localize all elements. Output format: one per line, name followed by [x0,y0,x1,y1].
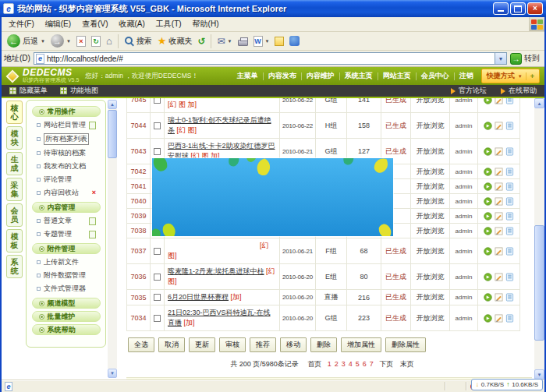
edit-icon[interactable] [495,273,503,281]
minimize-button[interactable] [493,2,509,15]
edit-icon[interactable] [495,182,503,191]
main-scrollbar[interactable]: ▲ ▼ [534,98,544,380]
sidebar-tab-4[interactable]: 采集 [6,178,23,201]
menu-item-1[interactable]: 文件(F) [3,17,40,31]
sidebar-item-1-1[interactable]: 网站栏目管理 [27,118,105,132]
copy-icon[interactable] [505,197,514,206]
quick-access-add-button[interactable]: + [526,72,534,80]
sidebar-section-4[interactable]: 频道模型 [32,298,101,309]
back-button[interactable]: ← 后退 ▼ [5,34,48,48]
subheader-item-2[interactable]: 功能地图 [60,86,98,96]
doc-title-link[interactable]: 巴西3-1出线:卡卡2助攻染红德罗巴安慰球 [168,142,275,160]
nav-link-4[interactable]: 系统主页 [340,71,378,81]
sidebar-item-3-1[interactable]: 上传新文件 [27,256,105,269]
preview-icon[interactable] [484,147,492,156]
menu-item-5[interactable]: 工具(T) [151,17,187,31]
pagination-next[interactable]: 下页 [379,360,393,368]
restore-button[interactable] [510,2,526,15]
action-button-4[interactable]: 审核 [219,337,246,352]
sidebar-scroll-up-icon[interactable]: ▲ [108,100,117,109]
pagination-first[interactable]: 首页 [307,360,321,368]
quick-access-dropdown-icon[interactable]: ▼ [518,74,523,79]
edit-icon[interactable] [495,98,503,104]
nav-link-3[interactable]: 内容维护 [302,71,339,81]
copy-icon[interactable] [505,147,514,156]
forward-dropdown-icon[interactable]: ▼ [66,39,71,44]
go-button[interactable]: → 转到 [510,53,542,65]
copy-icon[interactable] [505,168,514,176]
menu-item-3[interactable]: 查看(V) [76,17,113,31]
row-checkbox[interactable] [154,98,161,104]
sidebar-tab-6[interactable]: 模板 [6,229,23,253]
row-checkbox[interactable] [154,294,161,301]
action-button-8[interactable]: 增加属性 [341,337,381,352]
action-button-2[interactable]: 取消 [158,337,185,352]
copy-icon[interactable] [505,314,514,323]
action-button-5[interactable]: 推荐 [250,337,276,352]
subheader-link-1[interactable]: 官方论坛 [451,86,487,96]
copy-icon[interactable] [505,273,514,281]
copy-icon[interactable] [505,293,514,302]
doc-title-link[interactable]: 喀麦隆1-2丹麦:埃托奥进球中柱 [168,267,264,275]
action-button-7[interactable]: 删除 [310,337,337,352]
edit-icon[interactable] [495,168,503,176]
page-link-4[interactable]: 4 [349,360,353,368]
sidebar-item-3-3[interactable]: 文件式管理器 [27,282,105,295]
sidebar-scrollbar[interactable]: ▲ ▼ [108,100,117,378]
address-dropdown-icon[interactable]: ▼ [495,53,506,64]
preview-icon[interactable] [484,122,492,130]
forward-button[interactable]: → ▼ [48,34,73,48]
nav-link-6[interactable]: 会员中心 [417,71,454,81]
sidebar-tab-5[interactable]: 会员 [6,203,23,227]
edit-icon[interactable] [495,122,503,130]
refresh-button[interactable]: ↻ [89,35,103,48]
back-dropdown-icon[interactable]: ▼ [41,39,45,44]
copy-icon[interactable] [505,98,514,104]
action-button-9[interactable]: 删除属性 [385,337,426,352]
copy-icon[interactable] [505,212,514,221]
menu-item-6[interactable]: 帮助(H) [187,17,225,31]
mail-button[interactable]: ✉▼ [214,35,234,48]
stop-button[interactable]: × [74,35,88,48]
preview-icon[interactable] [484,182,492,191]
address-input[interactable]: e http://localhost/dede/# ▼ [34,52,507,65]
favorites-button[interactable]: ★ 收藏夹 [155,35,195,48]
pagination-last[interactable]: 末页 [400,360,414,368]
sidebar-item-3-2[interactable]: 附件数据管理 [27,269,105,282]
main-scroll-up-icon[interactable]: ▲ [534,98,544,108]
print-button[interactable] [236,36,250,47]
action-button-1[interactable]: 全选 [128,337,154,352]
copy-icon[interactable] [505,182,514,191]
sidebar-tab-3[interactable]: 生成 [6,152,23,175]
action-button-3[interactable]: 更新 [189,337,215,352]
row-checkbox[interactable] [154,315,161,322]
nav-link-7[interactable]: 注销 [455,71,478,81]
sidebar-tab-1[interactable]: 核心 [6,101,23,124]
sidebar-item-1-5[interactable]: 评论管理 [27,173,105,186]
row-checkbox[interactable] [154,148,161,155]
sidebar-section-5[interactable]: 批量维护 [32,311,101,322]
preview-icon[interactable] [484,293,492,302]
row-checkbox[interactable] [154,274,161,281]
close-button[interactable]: × [527,2,543,15]
page-link-2[interactable]: 2 [335,360,339,368]
preview-icon[interactable] [484,197,492,206]
main-scroll-thumb[interactable] [534,225,544,341]
copy-icon[interactable] [505,227,514,235]
sidebar-item-1-3[interactable]: 待审核的档案 [27,147,105,160]
nav-link-1[interactable]: 主菜单 [232,71,263,81]
copy-icon[interactable] [505,247,514,256]
preview-icon[interactable] [484,227,492,235]
sidebar-tab-2[interactable]: 模块 [6,126,23,150]
search-button[interactable]: 搜索 [122,35,154,48]
preview-icon[interactable] [484,168,492,176]
sidebar-scroll-thumb[interactable] [108,110,117,158]
page-link-3[interactable]: 3 [342,360,346,368]
row-checkbox[interactable] [154,122,161,129]
page-link-5[interactable]: 5 [356,360,360,368]
sidebar-section-2[interactable]: 内容管理 [32,202,101,213]
sidebar-item-2-2[interactable]: 专题管理 [27,228,105,241]
sidebar-item-2-1[interactable]: 普通文章 [27,214,105,228]
home-button[interactable]: ⌂ [104,35,115,47]
sidebar-section-6[interactable]: 系统帮助 [32,324,101,335]
